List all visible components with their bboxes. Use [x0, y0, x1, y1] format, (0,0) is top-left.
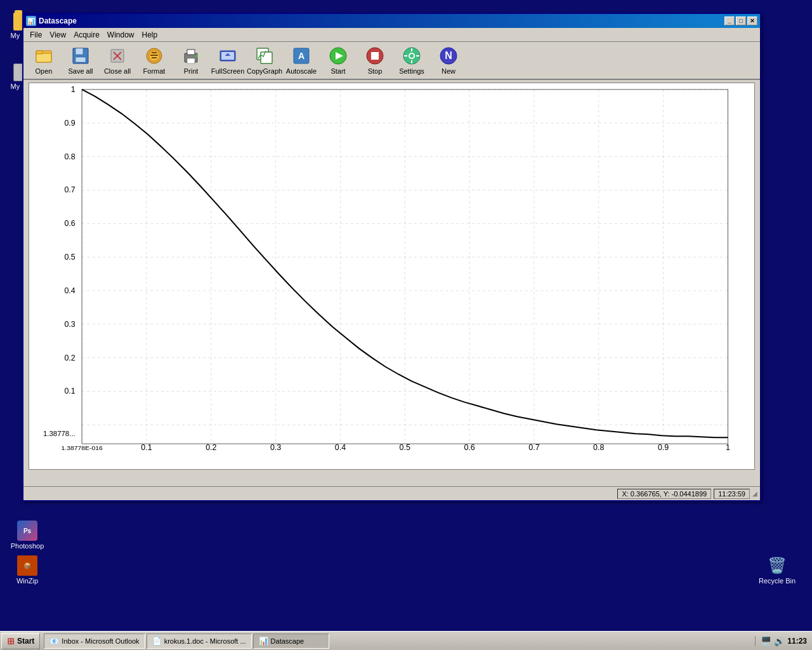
desktop-icon-photoshop[interactable]: Ps Photoshop — [5, 521, 49, 550]
format-button[interactable]: Format — [136, 43, 172, 77]
svg-rect-1 — [36, 53, 51, 62]
close-button[interactable]: ✕ — [747, 17, 757, 25]
menu-window[interactable]: Window — [103, 29, 138, 41]
copygraph-button[interactable]: CopyGraph — [247, 43, 282, 77]
svg-text:0.4: 0.4 — [335, 443, 346, 452]
tray-time: 11:23 — [787, 637, 807, 646]
svg-text:0.9: 0.9 — [64, 119, 75, 128]
new-button[interactable]: N New — [431, 43, 466, 77]
toolbar: Open Save all — [23, 42, 760, 80]
taskbar-task-outlook[interactable]: 📧 Inbox - Microsoft Outlook — [44, 633, 145, 649]
svg-rect-2 — [36, 51, 43, 54]
svg-text:0.1: 0.1 — [64, 387, 75, 396]
svg-rect-5 — [75, 57, 86, 62]
svg-text:0.5: 0.5 — [64, 253, 75, 262]
svg-text:0.2: 0.2 — [64, 354, 75, 362]
svg-rect-17 — [196, 55, 198, 57]
resize-handle[interactable]: ◢ — [752, 490, 757, 497]
svg-rect-27 — [371, 52, 379, 60]
menu-bar: File View Acquire Window Help — [23, 28, 760, 42]
start-button[interactable]: ⊞ Start — [1, 633, 40, 649]
close-all-button[interactable]: Close all — [100, 43, 135, 77]
start-windows-icon: ⊞ — [7, 636, 15, 646]
word-label: krokus.1.doc - Microsoft ... — [164, 637, 246, 645]
svg-text:0.1: 0.1 — [141, 443, 152, 452]
maximize-button[interactable]: □ — [736, 17, 746, 25]
svg-text:0.4: 0.4 — [64, 286, 75, 295]
outlook-label: Inbox - Microsoft Outlook — [62, 637, 139, 645]
svg-text:0.8: 0.8 — [64, 152, 75, 161]
svg-rect-34 — [416, 55, 419, 56]
desktop-icon-recycle[interactable]: 🗑️ Recycle Bin — [755, 555, 799, 585]
svg-rect-33 — [404, 55, 407, 56]
svg-text:0.7: 0.7 — [528, 443, 540, 452]
desktop-icon-winzip[interactable]: 📦 WinZip — [5, 555, 49, 585]
start-label: Start — [17, 637, 34, 646]
svg-text:1: 1 — [726, 443, 730, 452]
autoscale-button[interactable]: A Autoscale — [284, 43, 319, 77]
window-title: Datascape — [39, 17, 77, 25]
svg-text:1.38778E-016: 1.38778E-016 — [62, 444, 103, 451]
svg-text:0.9: 0.9 — [658, 443, 669, 452]
menu-help[interactable]: Help — [138, 29, 162, 41]
tray-icon-sound: 🔊 — [774, 636, 785, 646]
svg-text:1.38778...: 1.38778... — [43, 430, 75, 437]
status-bar: X: 0.366765, Y: -0.0441899 11:23:59 ◢ — [23, 486, 760, 500]
svg-text:0.6: 0.6 — [464, 443, 475, 452]
svg-text:0.3: 0.3 — [64, 320, 75, 329]
svg-point-30 — [410, 54, 414, 58]
chart-area: 1 0.9 0.8 0.7 0.6 0.5 0.4 0.3 0.2 0.1 1.… — [29, 83, 755, 470]
status-coords: X: 0.366765, Y: -0.0441899 — [617, 489, 711, 499]
svg-rect-11 — [152, 52, 157, 53]
start-graph-button[interactable]: Start — [320, 43, 356, 77]
tray-icon-network: 🖥️ — [761, 636, 771, 646]
fullscreen-button[interactable]: FullScreen — [210, 43, 246, 77]
datascape-label: Datascape — [271, 637, 304, 645]
taskbar-task-datascape[interactable]: 📊 Datascape — [253, 633, 329, 649]
svg-rect-12 — [150, 55, 158, 56]
svg-text:0.3: 0.3 — [270, 443, 282, 452]
svg-text:0.2: 0.2 — [206, 443, 217, 452]
svg-rect-21 — [261, 52, 272, 63]
save-all-button[interactable]: Save all — [63, 43, 98, 77]
svg-text:0.7: 0.7 — [64, 186, 75, 195]
outlook-icon: 📧 — [49, 637, 59, 646]
svg-text:0.5: 0.5 — [400, 443, 411, 452]
chart-svg: 1 0.9 0.8 0.7 0.6 0.5 0.4 0.3 0.2 0.1 1.… — [29, 83, 754, 469]
open-button[interactable]: Open — [26, 43, 62, 77]
minimize-button[interactable]: _ — [724, 17, 735, 25]
title-bar: 📊 Datascape _ □ ✕ — [23, 14, 760, 28]
svg-rect-31 — [411, 48, 412, 51]
svg-rect-13 — [152, 57, 157, 58]
word-icon: 📄 — [152, 637, 162, 646]
svg-text:0.8: 0.8 — [593, 443, 605, 452]
app-icon: 📊 — [26, 16, 36, 26]
taskbar-task-word[interactable]: 📄 krokus.1.doc - Microsoft ... — [147, 633, 252, 649]
menu-file[interactable]: File — [26, 29, 46, 41]
desktop: My Do... My Co... Ps Photoshop 📦 WinZip … — [0, 0, 812, 650]
svg-text:0.6: 0.6 — [64, 219, 75, 228]
stop-button[interactable]: Stop — [357, 43, 393, 77]
menu-acquire[interactable]: Acquire — [70, 29, 103, 41]
menu-view[interactable]: View — [46, 29, 70, 41]
status-time: 11:23:59 — [714, 489, 750, 499]
datascape-window: 📊 Datascape _ □ ✕ File View Acquire Wind… — [22, 13, 761, 501]
svg-text:1: 1 — [71, 85, 75, 94]
svg-rect-32 — [411, 60, 412, 63]
svg-rect-16 — [187, 58, 195, 63]
print-button[interactable]: Print — [173, 43, 209, 77]
svg-rect-15 — [187, 50, 195, 55]
taskbar-tasks: 📧 Inbox - Microsoft Outlook 📄 krokus.1.d… — [41, 633, 755, 649]
taskbar-tray: 🖥️ 🔊 11:23 — [755, 636, 812, 646]
svg-text:N: N — [445, 50, 452, 61]
svg-text:A: A — [298, 51, 304, 61]
datascape-icon: 📊 — [259, 637, 268, 646]
settings-button[interactable]: Settings — [394, 43, 429, 77]
taskbar: ⊞ Start 📧 Inbox - Microsoft Outlook 📄 kr… — [0, 631, 812, 650]
svg-rect-4 — [75, 48, 83, 55]
